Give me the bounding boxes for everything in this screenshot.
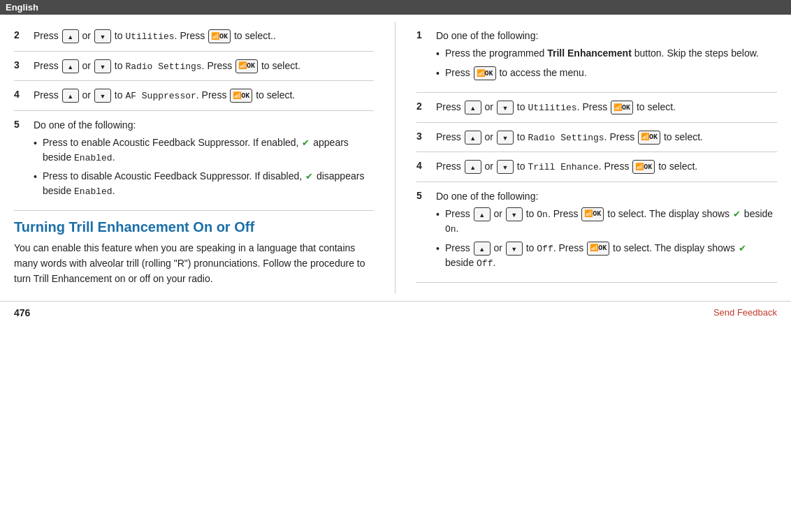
bullet-item: Press the programmed Trill Enhancement b… (436, 46, 777, 61)
step: 5Do one of the following:Press to enable… (14, 111, 374, 211)
text-span: Press the programmed (445, 47, 547, 59)
text-span: . Press (604, 131, 637, 142)
monospace-text: Radio Settings (125, 61, 201, 72)
check-icon: ✔ (302, 138, 310, 148)
down-button-icon (506, 207, 523, 221)
ok-button-icon: 📶OK (638, 131, 660, 145)
step-body: Press or to Utilities. Press 📶OK to sele… (34, 29, 374, 44)
text-span: Press (34, 30, 61, 41)
text-span: Press to enable Acoustic Feedback Suppre… (43, 137, 301, 148)
step: 5Do one of the following:Press or to On.… (416, 182, 777, 283)
text-span: . Press (553, 242, 586, 253)
page-number: 476 (14, 307, 30, 318)
step-number: 4 (14, 88, 34, 100)
text-span: to (514, 161, 528, 172)
step-content: Press or to Utilities. Press 📶OK to sele… (34, 29, 374, 44)
text-span: to select. (253, 89, 295, 101)
step: 2Press or to Utilities. Press 📶OK to sel… (14, 22, 374, 52)
text-span: Press (436, 161, 464, 172)
text-span: to access the menu. (497, 67, 587, 78)
monospace-text: On (537, 209, 548, 220)
ok-button-icon: 📶OK (632, 160, 655, 174)
text-span: beside (741, 208, 773, 219)
text-span: button. Skip the steps below. (632, 47, 759, 59)
step-body: Press or to Utilities. Press 📶OK to sele… (436, 100, 777, 115)
bullet-list: Press or to On. Press 📶OK to select. The… (436, 207, 777, 271)
text-span: to (112, 89, 125, 101)
text-span: or (491, 208, 505, 219)
step-content: Press or to Radio Settings. Press 📶OK to… (34, 59, 374, 74)
down-button-icon (497, 131, 514, 145)
bullet-list: Press the programmed Trill Enhancement b… (436, 46, 777, 81)
monospace-text: AF Suppressor (125, 91, 196, 101)
ok-button-icon: 📶OK (611, 101, 633, 114)
step-body: Press or to Radio Settings. Press 📶OK to… (436, 130, 777, 145)
text-span: . Press (196, 89, 229, 101)
monospace-text: Trill Enhance (528, 162, 598, 172)
step: 3Press or to Radio Settings. Press 📶OK t… (416, 123, 777, 153)
monospace-text: Off (477, 258, 493, 269)
text-span: or (80, 30, 94, 41)
down-button-icon (506, 242, 523, 256)
send-feedback-link[interactable]: Send Feedback (713, 307, 777, 318)
up-button-icon (62, 29, 79, 43)
up-button-icon (465, 131, 481, 145)
right-column: 1Do one of the following:Press the progr… (396, 22, 777, 294)
bullet-content: Press 📶OK to access the menu. (445, 66, 587, 80)
ok-button-icon: 📶OK (581, 207, 604, 221)
step-content: Press or to Radio Settings. Press 📶OK to… (436, 130, 777, 145)
bullet-content: Press to enable Acoustic Feedback Suppre… (43, 135, 374, 165)
step-body: Do one of the following:Press the progra… (436, 29, 777, 85)
text-span: or (482, 161, 496, 172)
bullet-list: Press to enable Acoustic Feedback Suppre… (34, 135, 374, 199)
step-number: 5 (416, 189, 436, 201)
bullet-content: Press to disable Acoustic Feedback Suppr… (43, 169, 374, 199)
step-body: Do one of the following:Press or to On. … (436, 189, 777, 275)
step-content: Press or to Utilities. Press 📶OK to sele… (436, 100, 777, 115)
step-body: Press or to Radio Settings. Press 📶OK to… (34, 59, 374, 74)
text-span: . Press (202, 60, 235, 71)
check-icon: ✔ (305, 171, 313, 182)
ok-button-icon: 📶OK (230, 89, 252, 103)
step-content: Press or to AF Suppressor. Press 📶OK to … (34, 88, 374, 103)
bullet-item: Press 📶OK to access the menu. (436, 66, 777, 81)
ok-button-icon: 📶OK (235, 59, 258, 73)
text-span: to (523, 242, 537, 253)
up-button-icon (474, 207, 491, 221)
text-span: Press (445, 208, 473, 219)
step-header: Do one of the following: (34, 118, 374, 133)
step-number: 5 (14, 118, 34, 130)
text-span: to select. (634, 101, 676, 112)
step: 1Do one of the following:Press the progr… (416, 22, 777, 93)
step-number: 2 (416, 100, 436, 112)
step-body: Press or to Trill Enhance. Press 📶OK to … (436, 159, 777, 175)
bullet-item: Press or to Off. Press 📶OK to select. Th… (436, 241, 777, 271)
up-button-icon (62, 59, 79, 73)
text-span: . Press (175, 30, 208, 41)
ok-button-icon: 📶OK (208, 29, 231, 43)
text-span: Press (445, 242, 473, 253)
up-button-icon (465, 101, 481, 114)
text-span: Press to disable Acoustic Feedback Suppr… (43, 170, 305, 182)
text-span: . (113, 152, 115, 163)
step-body: Press or to AF Suppressor. Press 📶OK to … (34, 88, 374, 103)
text-span: or (80, 60, 94, 71)
footer: 476 Send Feedback (0, 301, 791, 323)
step-header: Do one of the following: (436, 189, 777, 204)
text-span: . Press (548, 208, 581, 219)
text-span: to (112, 60, 125, 71)
text-span: to select. (259, 60, 300, 71)
step: 4Press or to AF Suppressor. Press 📶OK to… (14, 81, 374, 111)
up-button-icon (474, 242, 491, 256)
text-span: to select. (661, 131, 703, 142)
bullet-item: Press or to On. Press 📶OK to select. The… (436, 207, 777, 237)
text-span: . (456, 223, 459, 234)
monospace-text: Utilities (528, 103, 576, 113)
text-span: or (80, 89, 94, 101)
text-span: Press (436, 131, 464, 142)
text-span: to (112, 30, 125, 41)
lang-label: English (6, 2, 38, 13)
text-span: or (491, 242, 505, 253)
step: 2Press or to Utilities. Press 📶OK to sel… (416, 93, 777, 123)
text-span: beside (445, 257, 477, 268)
